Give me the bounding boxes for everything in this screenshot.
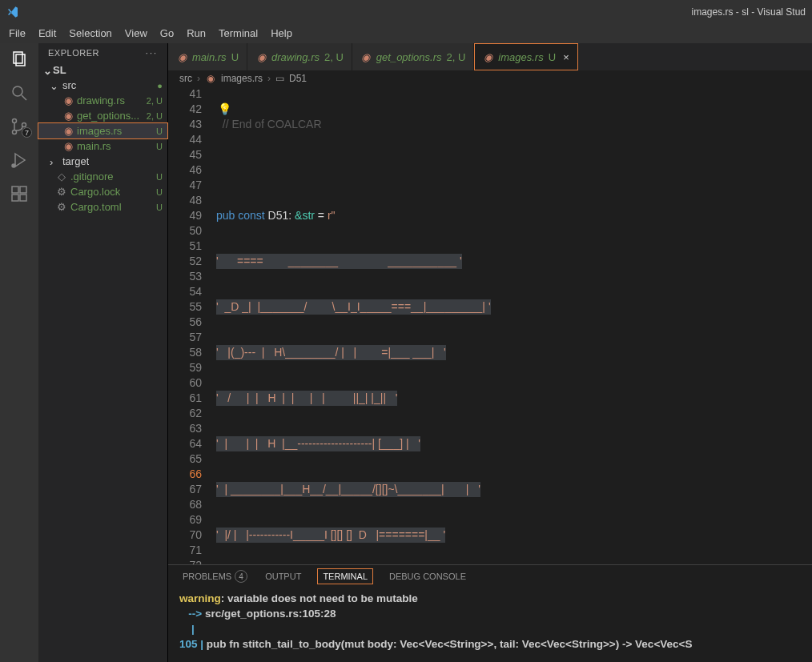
file-cargotoml[interactable]: ⚙Cargo.tomlU <box>38 199 167 215</box>
tab-main[interactable]: ◉main.rs U <box>168 43 247 70</box>
svg-point-4 <box>13 119 17 123</box>
tab-drawing[interactable]: ◉drawing.rs 2, U <box>247 43 352 70</box>
panel-terminal[interactable]: TERMINAL <box>319 570 372 583</box>
svg-rect-12 <box>20 187 26 193</box>
menu-help[interactable]: Help <box>265 24 298 42</box>
menu-go[interactable]: Go <box>155 24 179 42</box>
file-drawing[interactable]: ◉drawing.rs2, U <box>38 93 167 108</box>
window-title: images.rs - sl - Visual Stud <box>692 6 806 18</box>
line-numbers: 4142434445464748495051525354555657585960… <box>168 86 216 564</box>
rust-file-icon: ◉ <box>255 51 267 62</box>
activity-bar: 7 <box>0 43 38 662</box>
menu-run[interactable]: Run <box>181 24 211 42</box>
folder-src[interactable]: ⌄src● <box>38 78 167 93</box>
code-content[interactable]: // End of COALCAR pub const D51: &str = … <box>216 86 812 564</box>
tab-bar: ◉main.rs U ◉drawing.rs 2, U ◉get_options… <box>168 43 812 70</box>
terminal-output[interactable]: warning: variable does not need to be mu… <box>168 588 812 655</box>
gear-icon: ⚙ <box>56 187 67 198</box>
sidebar: EXPLORER ··· ⌄SL ⌄src● ◉drawing.rs2, U ◉… <box>38 43 168 662</box>
chevron-down-icon: ⌄ <box>50 80 59 91</box>
svg-point-6 <box>22 123 26 127</box>
svg-rect-10 <box>12 195 18 201</box>
file-getoptions[interactable]: ◉get_options...2, U <box>38 108 167 123</box>
gear-icon: ⚙ <box>56 202 67 213</box>
menu-bar: File Edit Selection View Go Run Terminal… <box>0 23 812 43</box>
chevron-right-icon: › <box>50 156 59 167</box>
svg-point-2 <box>13 86 22 96</box>
rust-file-icon: ◉ <box>62 110 74 122</box>
gitignore-icon: ◇ <box>56 171 67 183</box>
code-editor[interactable]: 💡 41424344454647484950515253545556575859… <box>168 86 812 564</box>
menu-selection[interactable]: Selection <box>63 24 117 42</box>
search-icon[interactable] <box>10 83 29 102</box>
panel-problems[interactable]: PROBLEMS4 <box>183 570 247 583</box>
lightbulb-icon[interactable]: 💡 <box>218 102 231 117</box>
menu-view[interactable]: View <box>119 24 153 42</box>
rust-file-icon: ◉ <box>176 51 187 62</box>
menu-file[interactable]: File <box>3 24 31 42</box>
bottom-panel: PROBLEMS4 OUTPUT TERMINAL DEBUG CONSOLE … <box>168 564 812 662</box>
file-main[interactable]: ◉main.rsU <box>38 138 167 154</box>
extensions-icon[interactable] <box>10 184 29 203</box>
symbol-icon: ▭ <box>275 73 284 84</box>
rust-file-icon: ◉ <box>205 73 216 84</box>
close-icon[interactable]: × <box>561 51 569 63</box>
file-gitignore[interactable]: ◇.gitignoreU <box>38 169 167 184</box>
title-bar: images.rs - sl - Visual Stud <box>0 0 812 23</box>
source-control-icon[interactable]: 7 <box>10 117 29 136</box>
scm-badge: 7 <box>22 127 32 138</box>
rust-file-icon: ◉ <box>62 95 74 106</box>
svg-line-3 <box>22 95 26 100</box>
editor-group: ◉main.rs U ◉drawing.rs 2, U ◉get_options… <box>168 43 812 662</box>
rust-file-icon: ◉ <box>482 51 493 62</box>
run-debug-icon[interactable] <box>10 150 29 170</box>
svg-point-8 <box>12 164 15 167</box>
breadcrumb[interactable]: src› ◉images.rs› ▭D51 <box>168 70 812 86</box>
rust-file-icon: ◉ <box>62 141 74 152</box>
rust-file-icon: ◉ <box>62 126 74 137</box>
tab-getoptions[interactable]: ◉get_options.rs 2, U <box>352 43 475 70</box>
file-images[interactable]: ◉images.rsU <box>38 123 167 138</box>
menu-terminal[interactable]: Terminal <box>213 24 263 42</box>
panel-debug[interactable]: DEBUG CONSOLE <box>389 572 466 581</box>
file-cargolock[interactable]: ⚙Cargo.lockU <box>38 184 167 199</box>
svg-rect-11 <box>20 195 26 201</box>
folder-target[interactable]: ›target <box>38 154 167 169</box>
svg-rect-9 <box>12 187 18 193</box>
svg-marker-7 <box>15 154 25 167</box>
svg-rect-1 <box>16 54 25 66</box>
rust-file-icon: ◉ <box>360 51 372 62</box>
svg-rect-0 <box>14 52 22 63</box>
vscode-logo-icon <box>6 6 19 18</box>
explorer-icon[interactable] <box>10 50 29 69</box>
tab-images[interactable]: ◉images.rs U× <box>474 43 577 70</box>
panel-output[interactable]: OUTPUT <box>265 572 301 581</box>
chevron-down-icon: ⌄ <box>43 65 53 77</box>
svg-point-5 <box>13 130 17 134</box>
sidebar-more-icon[interactable]: ··· <box>146 48 158 58</box>
tree-root[interactable]: ⌄SL <box>38 62 167 78</box>
menu-edit[interactable]: Edit <box>33 24 62 42</box>
sidebar-title: EXPLORER <box>48 48 99 58</box>
